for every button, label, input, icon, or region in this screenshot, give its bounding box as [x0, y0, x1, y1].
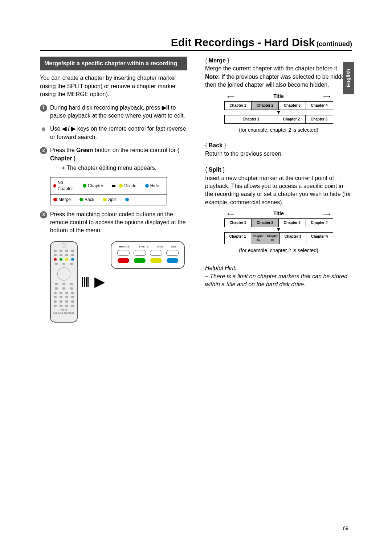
merge-note: If the previous chapter was selected to … [205, 74, 350, 88]
merge-section: { Merge } Merge the current chapter with… [205, 57, 352, 89]
merge-diagram: Title ⟵⟶ Chapter 1 Chapter 2 Chapter 3 C… [224, 93, 333, 124]
split-diagram: Title ⟵⟶ Chapter 1 Chapter 2 Chapter 3 C… [224, 210, 333, 244]
chapter-cell: Chapter 1 [225, 102, 252, 110]
merge-text: Merge the current chapter with the chapt… [205, 65, 339, 71]
language-tab: English [343, 62, 354, 94]
split-label: Split [209, 167, 221, 173]
arrow-right-icon: ▶ [94, 272, 105, 291]
chapter-cell: Chapter 3 [306, 115, 333, 123]
bullet-pre: Use [50, 126, 62, 132]
chapter-cell-split: Chapter 2a [251, 233, 265, 243]
yellow-dot-icon [119, 184, 123, 188]
arrow-right-icon: ⟶ [323, 211, 330, 218]
bullet-step: Use ◀ / ▶ keys on the remote control for… [40, 125, 187, 141]
blue-dot-icon [145, 184, 149, 188]
step-1: 1 During hard disk recording playback, p… [40, 104, 187, 120]
chapter-cell: Chapter 2 [278, 115, 306, 123]
helpful-hint: Helpful Hint: – There is a limit on chap… [205, 264, 352, 288]
remote-control: PHILIPS HDD & DVD RECORDER [50, 241, 78, 323]
hint-text: – There is a limit on chapter markers th… [205, 273, 347, 287]
step-3: 3 Press the matching colour coded button… [40, 210, 187, 235]
back-label: Back [209, 142, 222, 148]
step2-pre: Press the [50, 147, 76, 153]
pill-outline [150, 250, 162, 256]
pad-label-hdd: HDD LIST [119, 245, 131, 249]
step2-green: Green [76, 147, 93, 153]
chapter-cell: Chapter 4 [306, 233, 333, 243]
chapter-cell: Chapter 3 [279, 102, 306, 110]
pill-outline [117, 250, 130, 256]
step-number-1: 1 [40, 105, 47, 112]
chapter-cell: Chapter 4 [306, 219, 333, 227]
back-section: { Back } Return to the previous screen. [205, 142, 352, 158]
page-title: Edit Recordings - Hard Disk [171, 36, 315, 48]
section-heading: Merge/split a specific chapter within a … [40, 57, 187, 70]
step3-text: Press the matching colour coded buttons … [50, 210, 187, 235]
page-number: 69 [343, 525, 348, 531]
step1-pre: During hard disk recording playback, pre… [50, 105, 162, 111]
chapter-cell-split: Chapter 2b [265, 233, 279, 243]
intro-text: You can create a chapter by inserting ch… [40, 74, 187, 98]
play-pause-icon: ▶II [162, 105, 170, 111]
right-column: { Merge } Merge the current chapter with… [205, 57, 352, 323]
chapter-cell: Chapter 3 [279, 219, 306, 227]
page-title-continued: (continued) [317, 40, 352, 48]
blue-button [167, 258, 178, 263]
menu-split: Split [108, 197, 117, 203]
chapter-cell: Chapter 3 [280, 233, 307, 243]
arrow-left-icon: ⟵ [227, 93, 234, 101]
chapter-cell: Chapter 1 [225, 219, 252, 227]
step2-post: }. [74, 155, 77, 161]
pill-outline [134, 250, 146, 256]
yellow-button [150, 258, 162, 263]
menu-no-chapter: No Chapter [57, 180, 74, 192]
step-number-3: 3 [40, 211, 47, 218]
remote-brand: PHILIPS [51, 309, 77, 311]
note-label: Note: [205, 74, 220, 80]
pad-label-usb: USB [171, 245, 176, 249]
menu-chapter: Chapter [88, 183, 103, 189]
chapter-cell-merged: Chapter 1 [225, 115, 278, 123]
down-arrow-icon: ▼ [276, 109, 281, 116]
example-note: (for example, chapter 2 is selected) [205, 127, 352, 134]
example-note: (for example, chapter 2 is selected) [205, 247, 352, 254]
step2-chapter: Chapter [50, 155, 72, 161]
menu-hide: Hide [150, 183, 159, 189]
step2-mid: button on the remote control for { [95, 147, 179, 153]
pad-label-cam: CAM [157, 245, 163, 249]
chapter-menu-diagram: No Chapter Chapter Divide Hide Merge Bac… [50, 177, 167, 205]
arrow-right-icon: ⟶ [323, 93, 330, 101]
remote-model: HDD & DVD RECORDER [51, 312, 77, 315]
hint-label: Helpful Hint: [205, 265, 237, 271]
menu-merge: Merge [58, 197, 71, 203]
red-dot-icon [53, 184, 56, 188]
green-button [134, 258, 146, 263]
arrow-icon: ➔ [60, 165, 66, 171]
split-text: Insert a new chapter marker at the curre… [205, 175, 351, 205]
menu-back: Back [85, 197, 94, 203]
left-column: Merge/split a specific chapter within a … [40, 57, 187, 323]
green-dot-icon [79, 198, 83, 201]
menu-divide: Divide [124, 183, 136, 189]
step-2: 2 Press the Green button on the remote c… [40, 146, 187, 172]
red-button [118, 258, 129, 263]
chapter-cell: Chapter 1 [225, 233, 252, 243]
bars-icon [82, 277, 89, 287]
chapter-cell: Chapter 4 [306, 102, 333, 110]
step-number-2: 2 [40, 147, 47, 154]
yellow-dot-icon [103, 198, 107, 201]
red-dot-icon [53, 198, 57, 201]
remote-illustration: PHILIPS HDD & DVD RECORDER ▶ HDD LIST LI… [50, 241, 187, 323]
left-right-icon: ◀ / ▶ [62, 126, 75, 132]
bullet-icon [42, 127, 45, 131]
pill-outline [166, 250, 179, 256]
split-section: { Split } Insert a new chapter marker at… [205, 166, 352, 206]
chapter-cell-selected: Chapter 2 [252, 102, 279, 110]
blue-dot-icon [125, 198, 129, 201]
pad-label-live: LIVE TV [139, 245, 148, 249]
page-header: Edit Recordings - Hard Disk (continued) [40, 36, 352, 51]
back-text: Return to the previous screen. [205, 151, 283, 157]
green-dot-icon [83, 184, 86, 188]
down-arrow-icon: ▼ [276, 226, 281, 233]
step2-sub: The chapter editing menu appears. [66, 165, 156, 171]
